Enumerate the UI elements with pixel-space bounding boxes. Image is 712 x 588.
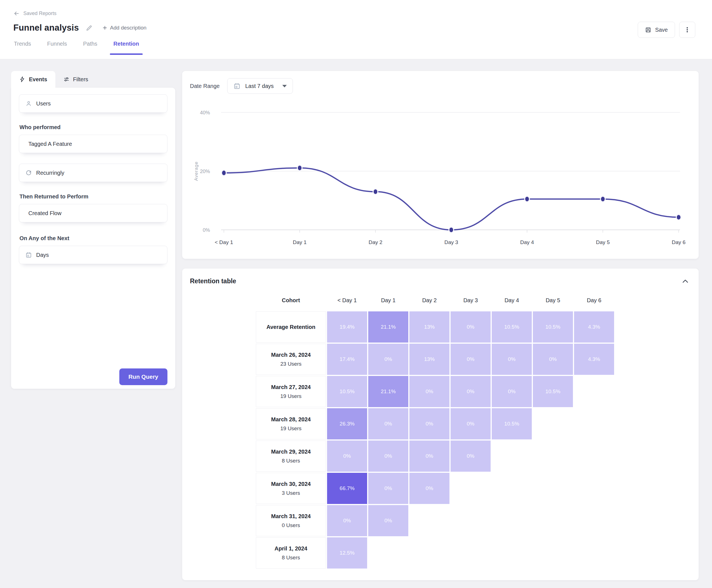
retention-table: Cohort< Day 1Day 1Day 2Day 3Day 4Day 5Da… — [256, 297, 691, 568]
retention-cell[interactable]: 0% — [368, 441, 408, 472]
users-field-value: Users — [36, 101, 51, 107]
retention-cell[interactable]: 0% — [409, 408, 450, 439]
svg-text:Day 6: Day 6 — [672, 239, 686, 245]
svg-text:Day 1: Day 1 — [293, 239, 307, 245]
query-builder-tabs: Events Filters — [11, 71, 175, 88]
date-range-select[interactable]: Last 7 days — [227, 78, 293, 94]
cohort-label-cell: April 1, 20248 Users — [256, 537, 326, 568]
retention-cell[interactable]: 10.5% — [533, 311, 573, 342]
retention-cell[interactable]: 12.5% — [327, 537, 367, 568]
retention-cell[interactable]: 4.3% — [574, 344, 614, 375]
chart-point[interactable] — [297, 165, 302, 171]
who-performed-label: Who performed — [20, 124, 168, 130]
retention-cell[interactable]: 13% — [409, 311, 450, 342]
retention-cell[interactable]: 0% — [368, 473, 408, 504]
tab-funnels[interactable]: Funnels — [47, 41, 67, 55]
retention-cell[interactable]: 0% — [533, 344, 573, 375]
tab-paths[interactable]: Paths — [83, 41, 98, 55]
retention-cell[interactable]: 0% — [451, 376, 491, 407]
retention-cell[interactable]: 0% — [368, 505, 408, 536]
chart-point[interactable] — [525, 196, 530, 202]
retention-table-header: Cohort< Day 1Day 1Day 2Day 3Day 4Day 5Da… — [256, 297, 691, 303]
retention-cell[interactable]: 0% — [451, 311, 491, 342]
retention-cell[interactable]: 21.1% — [368, 311, 408, 342]
table-row: March 26, 202423 Users17.4%0%13%0%0%0%4.… — [256, 344, 691, 375]
cohort-name: March 28, 2024 — [271, 416, 311, 423]
plus-icon — [102, 25, 108, 30]
chart-point[interactable] — [676, 214, 681, 220]
save-button[interactable]: Save — [638, 22, 675, 38]
performed-event-field[interactable]: Tagged A Feature — [19, 135, 168, 153]
retention-cell[interactable]: 0% — [492, 344, 532, 375]
return-event-field[interactable]: Created Flow — [19, 204, 168, 222]
chart-point[interactable] — [222, 170, 226, 175]
retention-cell[interactable]: 0% — [327, 441, 367, 472]
retention-cell[interactable]: 0% — [327, 505, 367, 536]
query-builder: Events Filters Users Who performed Tagge… — [11, 71, 175, 389]
column-header: Day 5 — [533, 297, 573, 303]
retention-cell[interactable]: 0% — [409, 473, 450, 504]
table-row: March 30, 20243 Users66.7%0%0% — [256, 473, 691, 504]
retention-cell[interactable]: 10.5% — [327, 376, 367, 407]
unit-value: Days — [36, 252, 49, 258]
column-header: Day 3 — [451, 297, 491, 303]
tab-filters[interactable]: Filters — [55, 71, 96, 88]
chart-point[interactable] — [373, 189, 378, 194]
retention-cell[interactable]: 0% — [409, 441, 450, 472]
retention-cell[interactable]: 66.7% — [327, 473, 367, 504]
retention-line-chart: 0%20%40%< Day 1Day 1Day 2Day 3Day 4Day 5… — [182, 71, 699, 259]
report-type-tabs: Trends Funnels Paths Retention — [14, 41, 695, 55]
tab-retention[interactable]: Retention — [113, 41, 139, 55]
retention-cell[interactable]: 0% — [451, 408, 491, 439]
run-query-button[interactable]: Run Query — [119, 369, 168, 385]
report-area: Date Range Last 7 days 0%20%40%< Day 1Da… — [182, 71, 699, 580]
kebab-icon — [684, 26, 691, 33]
users-field[interactable]: Users — [19, 94, 168, 113]
retention-table-body: Average Retention19.4%21.1%13%0%10.5%10.… — [256, 311, 691, 568]
save-label: Save — [655, 27, 668, 33]
save-icon — [645, 27, 651, 33]
retention-cell[interactable]: 4.3% — [574, 311, 614, 342]
retention-cell[interactable]: 0% — [451, 441, 491, 472]
back-label: Saved Reports — [23, 10, 57, 16]
column-header: Day 1 — [368, 297, 408, 303]
cohort-label-cell: March 29, 20248 Users — [256, 441, 326, 472]
retention-cell[interactable]: 10.5% — [533, 376, 573, 407]
collapse-table-button[interactable] — [680, 276, 691, 287]
retention-cell[interactable]: 17.4% — [327, 344, 367, 375]
retention-cell[interactable]: 0% — [451, 344, 491, 375]
retention-cell[interactable]: 13% — [409, 344, 450, 375]
retention-cell[interactable]: 0% — [409, 376, 450, 407]
table-row: March 27, 202419 Users10.5%21.1%0%0%0%10… — [256, 376, 691, 407]
edit-title-icon[interactable] — [86, 24, 93, 31]
retention-table-title: Retention table — [190, 277, 691, 285]
retention-cell[interactable]: 0% — [368, 408, 408, 439]
main-content: Events Filters Users Who performed Tagge… — [0, 59, 712, 580]
back-link[interactable]: Saved Reports — [13, 0, 57, 17]
unit-field[interactable]: Days — [19, 246, 168, 264]
frequency-field[interactable]: Recurringly — [19, 164, 168, 182]
cohort-label-cell: March 28, 202419 Users — [256, 408, 326, 439]
retention-cell[interactable]: 21.1% — [368, 376, 408, 407]
chevron-up-icon — [682, 277, 689, 285]
tab-events-label: Events — [29, 76, 47, 83]
svg-text:0%: 0% — [203, 227, 210, 233]
retention-cell[interactable]: 10.5% — [492, 408, 532, 439]
add-description-button[interactable]: Add description — [102, 25, 147, 31]
cohort-name: Average Retention — [266, 324, 316, 330]
retention-cell[interactable]: 19.4% — [327, 311, 367, 342]
retention-cell[interactable]: 0% — [368, 344, 408, 375]
column-header: Day 4 — [492, 297, 532, 303]
frequency-value: Recurringly — [36, 170, 64, 176]
column-header: Cohort — [256, 297, 326, 303]
retention-cell[interactable]: 26.3% — [327, 408, 367, 439]
more-options-button[interactable] — [679, 22, 695, 38]
retention-cell[interactable]: 0% — [492, 376, 532, 407]
chart-point[interactable] — [601, 196, 605, 202]
retention-cell[interactable]: 10.5% — [492, 311, 532, 342]
performed-event-value: Tagged A Feature — [28, 141, 72, 147]
calendar-icon — [25, 252, 32, 258]
tab-trends[interactable]: Trends — [14, 41, 31, 55]
tab-events[interactable]: Events — [11, 71, 55, 88]
chart-point[interactable] — [449, 227, 454, 233]
